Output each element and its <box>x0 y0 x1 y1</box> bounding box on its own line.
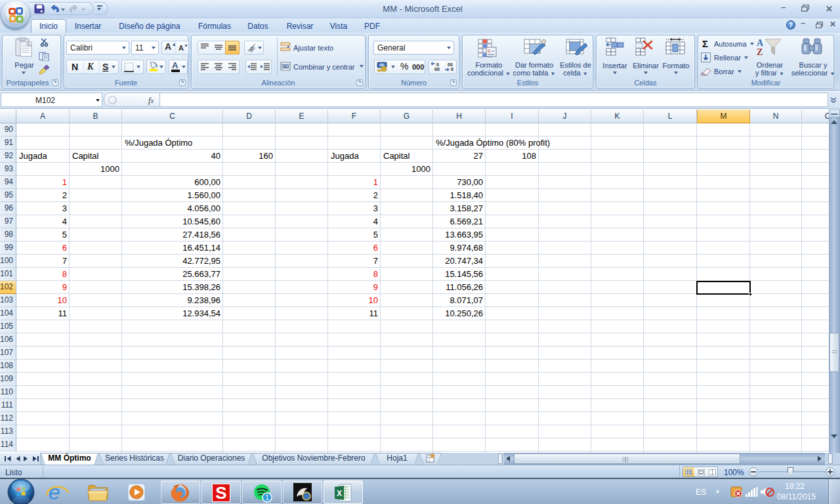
svg-text:0: 0 <box>451 67 453 72</box>
svg-text:S: S <box>215 483 226 503</box>
svg-text:00: 00 <box>448 62 453 67</box>
svg-text:X: X <box>337 489 342 498</box>
svg-text:A: A <box>757 38 764 48</box>
svg-text:≤: ≤ <box>488 48 491 54</box>
svg-text:00: 00 <box>434 67 440 72</box>
svg-text:e: e <box>49 481 60 503</box>
svg-text:ab: ab <box>247 44 257 53</box>
svg-text:1: 1 <box>265 494 269 501</box>
svg-text:Z: Z <box>757 47 763 57</box>
svg-text:0: 0 <box>436 62 439 67</box>
